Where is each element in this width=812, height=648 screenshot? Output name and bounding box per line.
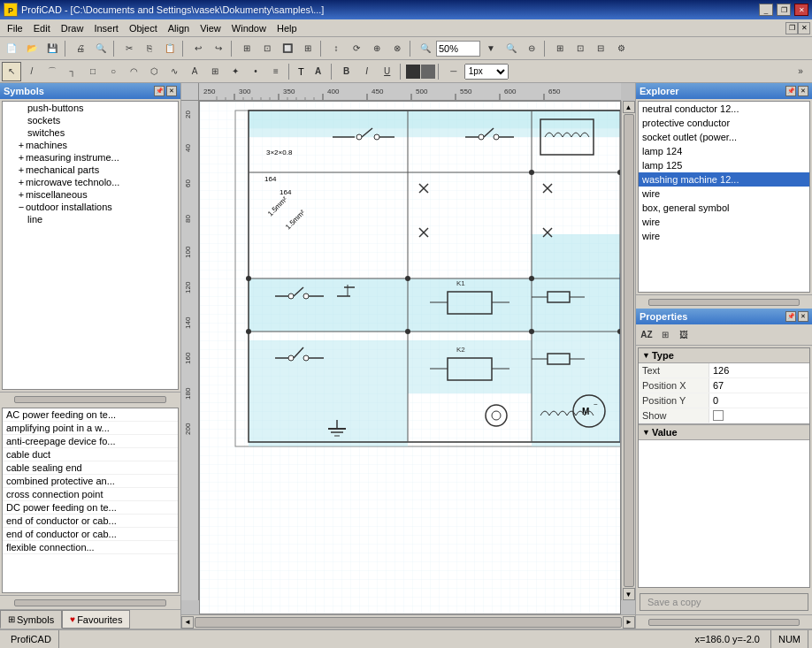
rect-btn[interactable]: □ — [83, 62, 103, 81]
italic-btn[interactable]: I — [357, 62, 377, 81]
text-btn[interactable]: A — [185, 62, 204, 81]
canvas-hscroll[interactable]: ◄ ► — [181, 614, 635, 629]
menu-draw[interactable]: Draw — [56, 21, 89, 35]
desc-item-9[interactable]: end of conductor or cab... — [3, 515, 178, 528]
desc-item-10[interactable]: end of conductor or cab... — [3, 528, 178, 541]
tb-btn11[interactable]: ⊡ — [571, 39, 590, 58]
bus-btn[interactable]: ≡ — [266, 62, 286, 81]
save-btn[interactable]: 💾 — [42, 39, 62, 58]
props-sort-btn[interactable]: ⊞ — [656, 326, 674, 344]
tb-btn8[interactable]: ⊗ — [387, 39, 407, 58]
desc-hscroll[interactable] — [0, 595, 180, 609]
undo-btn[interactable]: ↩ — [188, 39, 208, 58]
symbols-tree-hscroll[interactable] — [0, 392, 180, 406]
explorer-hscroll[interactable] — [636, 294, 812, 309]
tab-symbols[interactable]: ⊞ Symbols — [0, 610, 62, 629]
zoom-in-btn[interactable]: 🔍 — [502, 39, 521, 58]
props-close-btn[interactable]: ✕ — [798, 311, 808, 322]
menu-window[interactable]: Window — [226, 21, 272, 35]
symbols-close-btn[interactable]: ✕ — [166, 86, 177, 96]
main-svg[interactable]: 1.5mm² 1.5mm² 3×2×0.8 164 164 M ~ — [200, 102, 620, 614]
cursor-btn[interactable]: ↖ — [2, 62, 21, 81]
hscroll-left-btn[interactable]: ◄ — [181, 616, 194, 629]
props-pin-btn[interactable]: 📌 — [785, 311, 796, 322]
explorer-item-4[interactable]: lamp 124 — [639, 144, 809, 158]
show-checkbox[interactable] — [713, 410, 724, 421]
save-copy-button[interactable]: Save a copy — [640, 593, 808, 611]
tb-btn12[interactable]: ⊟ — [591, 39, 610, 58]
desc-item-11[interactable]: flexible connection... — [3, 541, 178, 554]
explorer-item-2[interactable]: protective conductor — [639, 116, 809, 130]
vscroll-down-btn[interactable]: ▼ — [623, 588, 635, 600]
bold-btn[interactable]: B — [337, 62, 356, 81]
tb-btn10[interactable]: ⊞ — [550, 39, 570, 58]
marker-btn[interactable]: ✦ — [226, 62, 245, 81]
menu-help[interactable]: Help — [272, 21, 303, 35]
arc-btn[interactable]: ◠ — [124, 62, 143, 81]
close-button[interactable]: ✕ — [794, 4, 808, 16]
tree-item-line[interactable]: line — [3, 213, 178, 225]
symbols-pin-btn[interactable]: 📌 — [154, 86, 165, 96]
cut-btn[interactable]: ✂ — [119, 39, 139, 58]
restore-button[interactable]: ❐ — [777, 4, 791, 16]
tree-item-measuring[interactable]: +measuring instrume... — [3, 151, 178, 164]
tb-btn6[interactable]: ⟳ — [347, 39, 366, 58]
paste-btn[interactable]: 📋 — [160, 39, 180, 58]
tb-btn9[interactable]: 🔍 — [416, 39, 435, 58]
desc-item-4[interactable]: cable duct — [3, 448, 178, 461]
explorer-item-10[interactable]: wire — [639, 229, 809, 243]
explorer-item-8[interactable]: box, general symbol — [639, 201, 809, 215]
explorer-item-1[interactable]: neutral conductor 12... — [639, 102, 809, 116]
explorer-item-5[interactable]: lamp 125 — [639, 158, 809, 172]
props-image-btn[interactable]: 🖼 — [675, 326, 693, 344]
explorer-item-7[interactable]: wire — [639, 187, 809, 201]
extra-btn[interactable]: » — [791, 62, 810, 81]
zoom-out-btn[interactable]: ⊖ — [522, 39, 541, 58]
desc-item-2[interactable]: amplifying point in a w... — [3, 422, 178, 435]
tree-item-outdoor[interactable]: −outdoor installations — [3, 201, 178, 213]
menu-edit[interactable]: Edit — [28, 21, 56, 35]
prop-val-show[interactable] — [709, 408, 809, 423]
explorer-list[interactable]: neutral conductor 12... protective condu… — [638, 101, 810, 293]
color2-btn[interactable] — [421, 65, 435, 79]
vscroll-up-btn[interactable]: ▲ — [623, 101, 635, 113]
menu-object[interactable]: Object — [124, 21, 163, 35]
explorer-pin-btn[interactable]: 📌 — [785, 86, 796, 96]
tree-item-switches[interactable]: switches — [3, 126, 178, 139]
new-btn[interactable]: 📄 — [2, 39, 21, 58]
circle-btn[interactable]: ○ — [103, 62, 123, 81]
curve-btn[interactable]: ⌒ — [42, 62, 62, 81]
explorer-item-3[interactable]: socket outlet (power... — [639, 130, 809, 144]
junction-btn[interactable]: • — [246, 62, 265, 81]
tree-item-misc[interactable]: +miscellaneous — [3, 188, 178, 201]
minimize-button[interactable]: _ — [759, 4, 773, 16]
tb-btn13[interactable]: ⚙ — [611, 39, 631, 58]
desc-item-3[interactable]: anti-creepage device fo... — [3, 435, 178, 448]
copy-btn[interactable]: ⎘ — [140, 39, 159, 58]
wire-btn[interactable]: ┐ — [63, 62, 82, 81]
props-sort-az-btn[interactable]: AZ — [638, 326, 655, 344]
tb-btn3[interactable]: 🔲 — [278, 39, 297, 58]
tree-item-machines[interactable]: +machines — [3, 139, 178, 151]
menu-file[interactable]: File — [2, 21, 28, 35]
tb-btn4[interactable]: ⊞ — [298, 39, 318, 58]
tree-item-microwave[interactable]: +microwave technolo... — [3, 176, 178, 188]
explorer-close-btn[interactable]: ✕ — [798, 86, 808, 96]
explorer-item-9[interactable]: wire — [639, 215, 809, 229]
props-content[interactable]: ▼ Type Text 126 Position X 67 Position Y… — [638, 347, 810, 588]
color1-btn[interactable] — [406, 65, 420, 79]
label-btn[interactable]: ⊞ — [205, 62, 225, 81]
tb-btn2[interactable]: ⊡ — [257, 39, 277, 58]
open-btn[interactable]: 📂 — [22, 39, 42, 58]
desc-panel[interactable]: AC power feeding on te... amplifying poi… — [2, 408, 179, 593]
drawing-canvas[interactable]: 1.5mm² 1.5mm² 3×2×0.8 164 164 M ~ — [199, 101, 621, 614]
zoom-dropdown[interactable]: ▼ — [481, 39, 501, 58]
print-prev-btn[interactable]: 🔍 — [91, 39, 111, 58]
desc-item-6[interactable]: combined protective an... — [3, 475, 178, 488]
desc-item-1[interactable]: AC power feeding on te... — [3, 408, 178, 422]
redo-btn[interactable]: ↪ — [209, 39, 228, 58]
tb-btn5[interactable]: ↕ — [326, 39, 346, 58]
menu-insert[interactable]: Insert — [88, 21, 124, 35]
font-A-btn[interactable]: A — [309, 62, 328, 81]
tb-btn1[interactable]: ⊞ — [237, 39, 257, 58]
